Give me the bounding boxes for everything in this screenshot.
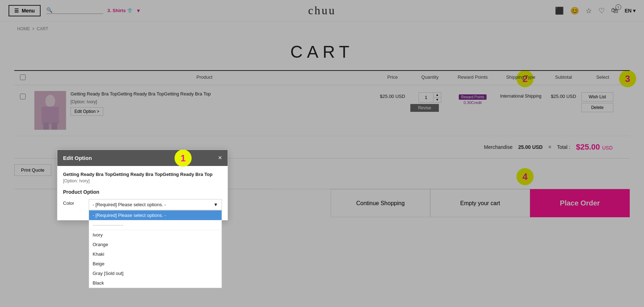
modal-close-button[interactable]: × [218, 154, 222, 162]
modal-color-field: Color - [Required] Please select options… [63, 199, 222, 210]
modal-color-label: Color [63, 199, 84, 206]
dropdown-arrow: ▼ [213, 202, 218, 207]
modal-section-title: Product Option [63, 189, 222, 195]
modal-product-name: Getting Ready Bra TopGetting Ready Bra T… [63, 172, 222, 177]
selected-option-label: - [Required] Please select options. - [93, 202, 166, 207]
edit-option-modal: Edit Option × Getting Ready Bra TopGetti… [57, 150, 228, 217]
annotation-badge-1: 1 [175, 150, 192, 167]
modal-overlay[interactable]: Edit Option × Getting Ready Bra TopGetti… [0, 0, 644, 217]
modal-header: Edit Option × [57, 150, 228, 166]
dropdown-option-required[interactable]: - [Required] Please select options. - [89, 210, 222, 217]
modal-select-wrap: - [Required] Please select options. - ▼ … [89, 199, 222, 210]
modal-product-option: [Option: Ivory] [63, 178, 222, 183]
modal-title: Edit Option [63, 155, 92, 161]
color-select-trigger[interactable]: - [Required] Please select options. - ▼ [89, 199, 222, 210]
modal-body: Getting Ready Bra TopGetting Ready Bra T… [57, 166, 228, 217]
color-dropdown-list: - [Required] Please select options. - --… [89, 210, 222, 217]
